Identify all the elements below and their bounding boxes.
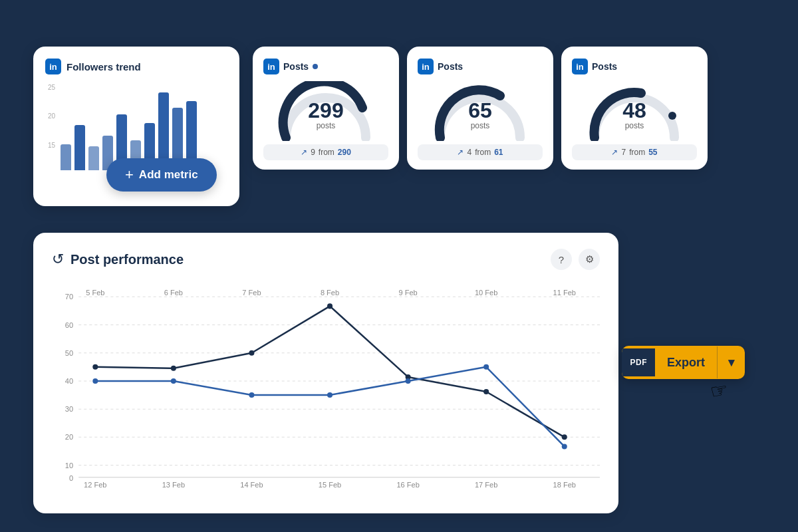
svg-point-38	[171, 378, 176, 384]
bar	[88, 146, 99, 170]
svg-point-32	[249, 350, 254, 356]
svg-point-31	[171, 366, 176, 371]
trend-change-1: 9	[311, 148, 315, 157]
gauge-1-unit: posts	[276, 121, 376, 130]
trend-change-3: 7	[621, 148, 626, 157]
bar-chart	[61, 84, 225, 170]
pdf-badge: PDF	[622, 348, 655, 376]
posts-cards-container: in Posts 299 posts ↗ 9 from	[253, 47, 708, 170]
svg-point-36	[562, 434, 567, 440]
svg-text:7 Feb: 7 Feb	[242, 289, 261, 297]
trend-arrow-3: ↗	[611, 148, 618, 157]
svg-point-35	[483, 389, 489, 394]
gauge-2-unit: posts	[430, 121, 530, 130]
gauge-1-value: 299	[276, 100, 376, 121]
chevron-down-icon[interactable]: ▾	[718, 346, 745, 379]
y-label-25: 25	[48, 84, 55, 91]
trend-info-2: ↗ 4 from 61	[418, 144, 543, 160]
svg-point-33	[327, 303, 332, 309]
y-label-15: 15	[48, 142, 55, 149]
trend-info-3: ↗ 7 from 55	[572, 144, 697, 160]
svg-text:18 Feb: 18 Feb	[553, 481, 576, 489]
gauge-3-text: 48 posts	[585, 100, 684, 130]
y-label-20: 20	[48, 112, 55, 120]
linkedin-icon: in	[45, 59, 61, 74]
post-card-3: in Posts 48 posts ↗ 7 from	[561, 47, 708, 170]
svg-text:12 Feb: 12 Feb	[84, 481, 106, 489]
export-label: Export	[655, 346, 717, 379]
export-button-container: PDF Export ▾	[622, 346, 745, 379]
svg-text:11 Feb: 11 Feb	[553, 289, 576, 297]
performance-actions: ? ⚙	[551, 249, 600, 270]
trend-from-2: 61	[494, 148, 503, 157]
followers-card-title: Followers trend	[66, 61, 141, 72]
linkedin-icon-2: in	[418, 59, 434, 74]
trend-label-3: from	[629, 148, 645, 157]
linkedin-icon-1: in	[263, 59, 279, 74]
gauge-1-text: 299 posts	[276, 100, 376, 130]
svg-point-39	[249, 392, 254, 398]
svg-text:70: 70	[65, 293, 73, 301]
chart-area: 70 60 50 40 30 20 10 0 5 Feb 6 Feb 7 Feb…	[52, 281, 600, 500]
trend-label-2: from	[475, 148, 491, 157]
svg-point-40	[327, 392, 332, 398]
performance-title-group: ↺ Post performance	[52, 251, 184, 268]
svg-text:0: 0	[69, 474, 73, 482]
post-card-3-header: in Posts	[572, 59, 697, 74]
trend-arrow-2: ↗	[457, 148, 464, 157]
svg-point-42	[483, 364, 489, 370]
gauge-1: 299 posts	[276, 81, 376, 144]
svg-text:17 Feb: 17 Feb	[475, 481, 497, 489]
export-button[interactable]: PDF Export ▾	[622, 346, 745, 379]
svg-text:5 Feb: 5 Feb	[86, 289, 104, 297]
add-metric-button[interactable]: + Add metric	[106, 158, 217, 192]
svg-text:60: 60	[65, 321, 73, 329]
svg-text:30: 30	[65, 405, 73, 413]
performance-icon: ↺	[52, 251, 64, 268]
trend-change-2: 4	[467, 148, 471, 157]
performance-card: ↺ Post performance ? ⚙ 70 60 50	[33, 233, 618, 513]
gauge-3-unit: posts	[585, 121, 684, 130]
gauge-3-value: 48	[585, 100, 684, 121]
post-card-3-label: Posts	[592, 61, 617, 72]
svg-point-43	[562, 444, 567, 449]
settings-button[interactable]: ⚙	[579, 249, 600, 270]
svg-text:16 Feb: 16 Feb	[396, 481, 419, 489]
linkedin-icon-3: in	[572, 59, 588, 74]
gauge-2-value: 65	[430, 100, 530, 121]
gauge-2: 65 posts	[430, 81, 530, 144]
svg-text:13 Feb: 13 Feb	[162, 481, 185, 489]
add-metric-label: Add metric	[139, 168, 198, 182]
post-card-1-header: in Posts	[263, 59, 388, 74]
cursor-icon: ☞	[708, 378, 730, 404]
performance-chart: 70 60 50 40 30 20 10 0 5 Feb 6 Feb 7 Feb…	[52, 281, 600, 500]
post-card-1-label: Posts	[283, 61, 309, 72]
bar	[61, 144, 71, 170]
trend-from-1: 290	[338, 148, 351, 157]
performance-title: Post performance	[70, 252, 184, 267]
svg-text:40: 40	[65, 377, 73, 385]
svg-text:6 Feb: 6 Feb	[164, 289, 183, 297]
add-icon: +	[125, 166, 134, 184]
bar	[74, 125, 85, 170]
followers-card-header: in Followers trend	[45, 59, 227, 74]
svg-text:10: 10	[65, 462, 73, 469]
gauge-3: 48 posts	[585, 81, 684, 144]
trend-info-1: ↗ 9 from 290	[263, 144, 388, 160]
post-card-2: in Posts 65 posts ↗ 4 from 61	[407, 47, 553, 170]
post-card-2-header: in Posts	[418, 59, 543, 74]
svg-text:10 Feb: 10 Feb	[475, 289, 497, 297]
performance-card-header: ↺ Post performance ? ⚙	[52, 249, 600, 270]
svg-text:9 Feb: 9 Feb	[398, 289, 417, 297]
post-card-1-dot	[313, 64, 318, 69]
svg-text:15 Feb: 15 Feb	[319, 481, 341, 489]
trend-arrow-1: ↗	[301, 148, 307, 157]
post-card-1: in Posts 299 posts ↗ 9 from	[253, 47, 399, 170]
svg-text:20: 20	[65, 433, 73, 441]
svg-text:8 Feb: 8 Feb	[321, 289, 339, 297]
trend-from-3: 55	[648, 148, 657, 157]
svg-point-30	[92, 364, 98, 370]
svg-point-37	[92, 378, 98, 384]
help-button[interactable]: ?	[551, 249, 572, 270]
svg-point-41	[406, 378, 411, 384]
